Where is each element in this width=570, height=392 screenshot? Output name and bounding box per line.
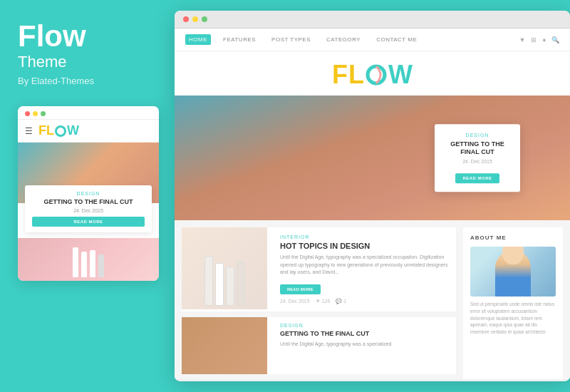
article-body-2: Until the Digital Age, typography was a … [280,341,450,349]
site-logo-area: F L W [175,51,570,96]
article-card-1: INTERIOR HOT TOPICS IN DESIGN Until the … [182,227,456,311]
site-logo: F L W [332,60,413,90]
nav-social-2[interactable]: ⊞ [531,36,537,43]
browser-dot-green [202,16,207,22]
mobile-nav-bar: ☰ FL W [18,120,159,143]
mobile-logo-fl: FL [38,123,54,138]
bottle-4 [237,262,245,306]
hamburger-icon[interactable]: ☰ [25,126,33,136]
mobile-dot-red [25,111,30,116]
bottles-group [204,256,245,306]
mobile-logo-w: W [67,123,79,138]
site-nav: HOME FEATURES POST TYPES CATEGORY CONTAC… [175,29,570,51]
mini-bottles [73,242,104,277]
brand-title: Flow [18,21,86,51]
sidebar: ABOUT ME Sed ut perspiciatis unde omnis … [463,227,563,379]
site-nav-links: HOME FEATURES POST TYPES CATEGORY CONTAC… [185,34,420,45]
mobile-header [18,106,159,120]
article-text-2: DESIGN GETTING TO THE FINAL CUT Until th… [274,317,456,374]
bottle-1 [204,256,213,306]
article-card-2: DESIGN GETTING TO THE FINAL CUT Until th… [182,317,456,374]
right-panel: HOME FEATURES POST TYPES CATEGORY CONTAC… [175,11,570,381]
mobile-card: DESIGN GETTING TO THE FINAL CUT 24. Dec … [25,185,152,232]
mobile-second-image [18,238,159,281]
mobile-dot-green [41,111,46,116]
browser-content: HOME FEATURES POST TYPES CATEGORY CONTAC… [175,29,570,379]
mobile-card-title: GETTING TO THE FINAL CUT [32,198,145,206]
content-grid: INTERIOR HOT TOPICS IN DESIGN Until the … [175,220,570,379]
hero-date: 24. Dec 2015 [445,159,509,164]
about-text: Sed ut perspiciatis unde omnis iste natu… [470,301,556,336]
mini-bottle-3 [90,250,95,277]
article-body-1: Until the Digital Age, typography was a … [280,254,450,277]
hero-section: DESIGN GETTING TO THE FINAL CUT 24. Dec … [175,96,570,220]
about-label: ABOUT ME [470,234,556,241]
mobile-dots [25,111,46,116]
article-date-1: 24. Dec 2015 [280,299,310,304]
hero-read-more-button[interactable]: READ MORE [455,173,499,183]
mobile-read-more-button[interactable]: READ MORE [32,217,145,227]
brand-by: By Elated-Themes [18,76,94,86]
mobile-card-tag: DESIGN [32,191,145,196]
left-panel: Flow Theme By Elated-Themes ☰ FL W DESIG… [0,0,175,392]
bottle-2 [215,263,224,306]
article-text-1: INTERIOR HOT TOPICS IN DESIGN Until the … [274,227,456,311]
browser-dot-yellow [192,16,198,22]
nav-search-icon[interactable]: 🔍 [551,36,559,43]
article-read-more-button-1[interactable]: READ MORE [280,284,321,294]
content-left: INTERIOR HOT TOPICS IN DESIGN Until the … [182,227,463,379]
article-tag-1: INTERIOR [280,234,450,239]
nav-features[interactable]: FEATURES [219,34,259,45]
nav-social-3[interactable]: ♦ [542,36,546,43]
nav-home[interactable]: HOME [185,34,211,45]
nav-social-1[interactable]: ▼ [519,36,525,43]
hero-overlay-card: DESIGN GETTING TO THE FINAL CUT 24. Dec … [435,124,520,192]
article-title-1: HOT TOPICS IN DESIGN [280,242,450,250]
avatar-person [495,250,531,296]
logo-letter-w: W [388,60,413,90]
about-avatar [470,247,556,296]
logo-letter-f: F [332,60,348,90]
article-meta-1: 24. Dec 2015 👁 126 💬 1 [280,299,450,304]
hero-tag: DESIGN [445,133,509,138]
article-image-2 [182,317,267,374]
mobile-dot-yellow [33,111,38,116]
logo-letter-l: L [348,60,364,90]
brand-subtitle: Theme [18,53,66,71]
mobile-logo: FL W [38,123,79,138]
mobile-card-date: 24. Dec 2015 [32,208,145,213]
nav-contact[interactable]: CONTACT ME [373,34,420,45]
nav-category[interactable]: CATEGORY [323,34,364,45]
mini-bottle-1 [73,247,78,277]
article-views-1: 👁 126 [316,299,331,304]
article-tag-2: DESIGN [280,323,450,328]
nav-post-types[interactable]: POST TYPES [268,34,314,45]
mobile-preview: ☰ FL W DESIGN GETTING TO THE FINAL CUT 2… [18,106,159,281]
mobile-logo-o [55,125,66,137]
svg-point-0 [368,66,385,83]
article-title-2: GETTING TO THE FINAL CUT [280,330,450,337]
mini-bottle-2 [81,252,87,277]
bottle-3 [226,267,234,306]
browser-chrome [175,11,570,29]
mini-bottle-4 [98,254,104,277]
logo-o-svg [365,63,388,86]
browser-dot-red [183,16,189,22]
article-image-1 [182,227,267,309]
article-comments-1: 💬 1 [336,299,346,304]
avatar-head [502,247,524,264]
site-nav-right: ▼ ⊞ ♦ 🔍 [519,36,559,43]
hero-title: GETTING TO THE FINAL CUT [445,140,509,157]
